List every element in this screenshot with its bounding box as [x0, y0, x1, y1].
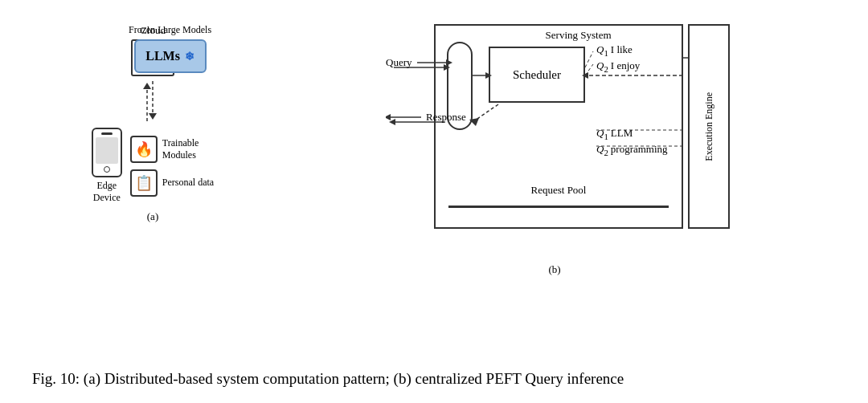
query-arrow-svg: [416, 57, 452, 68]
svg-line-12: [585, 51, 593, 67]
fire-icon: 🔥: [130, 136, 158, 163]
trainable-section: 🔥 TrainableModules 📋 Personal data: [130, 136, 214, 197]
q1-top-row: Q1 I like: [596, 43, 633, 58]
q1-bottom-text: LLM: [611, 127, 633, 140]
query-label-group: Query: [386, 56, 452, 69]
llm-box: LLMs ❄: [134, 39, 207, 73]
snowflake-icon: ❄: [185, 50, 194, 63]
execution-engine-label: Execution Engine: [703, 92, 715, 161]
caption-a: (a): [147, 210, 158, 223]
svg-marker-1: [149, 113, 157, 120]
q2-top-row: Q2 I enjoy: [596, 59, 640, 74]
scheduler-box: Scheduler: [489, 47, 585, 103]
diagram-a: Cloud Frozen Large Models LLMs ❄: [32, 16, 273, 356]
svg-marker-23: [386, 114, 391, 120]
svg-line-13: [585, 64, 593, 75]
query-label: Query: [386, 56, 412, 69]
q2-bottom-label: Q2: [596, 143, 608, 157]
serving-system-box: Serving System Scheduler Q1 I like Q2 I …: [434, 24, 683, 229]
edge-device-group: EdgeDevice: [92, 128, 122, 204]
personal-data-label: Personal data: [162, 177, 214, 189]
document-icon: 📋: [130, 169, 158, 197]
scheduler-label: Scheduler: [513, 68, 561, 82]
response-arrow-svg: [386, 112, 423, 123]
trainable-label: TrainableModules: [162, 137, 199, 161]
phone-icon: [92, 128, 122, 177]
request-pool-line: [448, 206, 669, 208]
trainable-modules-item: 🔥 TrainableModules: [130, 136, 214, 163]
frozen-label: Frozen Large Models: [129, 24, 211, 36]
svg-marker-3: [143, 83, 151, 89]
q1-bottom-row: Q1 LLM: [596, 127, 633, 141]
q2-top-label: Q2: [596, 59, 608, 74]
response-label-group: Response: [386, 111, 466, 124]
request-pool-label: Request Pool: [531, 184, 587, 197]
dashed-arrows-svg: [131, 79, 174, 124]
diagram-b-container: Serving System Scheduler Q1 I like Q2 I …: [273, 16, 836, 356]
q1-top-label: Q1: [596, 43, 608, 58]
response-label: Response: [426, 111, 466, 124]
fig-caption-text: Fig. 10: (a) Distributed-based system co…: [32, 370, 624, 387]
q1-bottom-label: Q1: [596, 127, 608, 141]
llm-text: LLMs: [145, 49, 180, 63]
q2-bottom-row: Q2 programming: [596, 143, 668, 157]
phone-section: EdgeDevice 🔥 TrainableModules 📋 Personal…: [92, 128, 214, 204]
q2-top-text: I enjoy: [611, 59, 640, 72]
diagram-b: Serving System Scheduler Q1 I like Q2 I …: [386, 24, 739, 257]
q2-bottom-text: programming: [611, 143, 668, 156]
edge-device-label: EdgeDevice: [93, 180, 121, 204]
fig-caption: Fig. 10: (a) Distributed-based system co…: [32, 368, 836, 390]
q1-top-text: I like: [611, 43, 633, 56]
svg-line-10: [473, 104, 498, 122]
svg-marker-21: [446, 59, 452, 66]
frozen-section: Frozen Large Models LLMs ❄: [129, 24, 211, 73]
caption-b: (b): [548, 263, 560, 276]
personal-data-item: 📋 Personal data: [130, 169, 214, 197]
serving-label: Serving System: [546, 29, 612, 42]
execution-engine-box: Execution Engine: [688, 24, 730, 229]
